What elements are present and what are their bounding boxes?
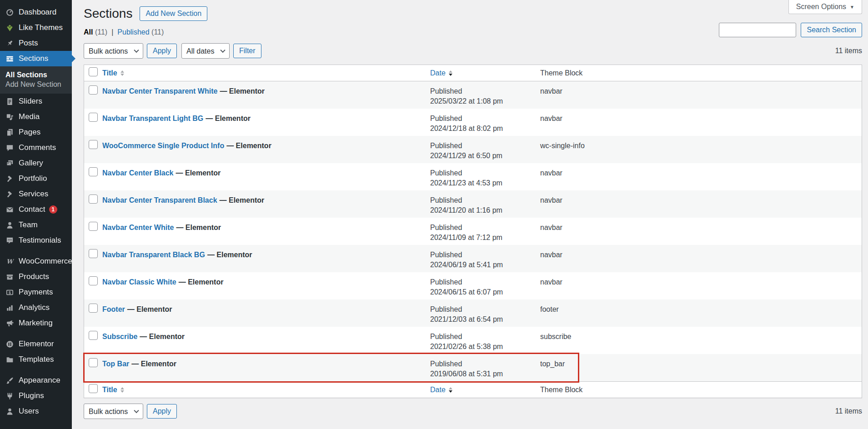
filter-published-link[interactable]: Published (117, 28, 149, 36)
row-title-link[interactable]: Top Bar (102, 360, 129, 368)
bulk-actions-select[interactable]: Bulk actions (84, 43, 143, 59)
sidebar-item-marketing[interactable]: Marketing (0, 315, 72, 331)
row-checkbox[interactable] (89, 249, 98, 258)
sidebar-item-pages[interactable]: Pages (0, 125, 72, 140)
sidebar-item-like-themes[interactable]: Like Themes (0, 20, 72, 35)
row-theme-block: navbar (540, 190, 862, 218)
row-title-suffix: — Elementor (179, 278, 224, 286)
row-date: 2024/12/18 at 8:02 pm (430, 124, 536, 134)
sidebar-item-plugins[interactable]: Plugins (0, 388, 72, 404)
row-checkbox[interactable] (89, 222, 98, 231)
sidebar-item-templates[interactable]: Templates (0, 352, 72, 367)
filter-published-count: (11) (151, 28, 164, 36)
row-title-link[interactable]: WooCommerce Single Product Info (102, 142, 224, 150)
table-row: WooCommerce Single Product Info— Element… (84, 136, 862, 163)
search-section-button[interactable]: Search Section (801, 23, 862, 37)
row-title-link[interactable]: Navbar Center Black (102, 169, 174, 177)
sort-by-title-link[interactable]: Title (102, 68, 124, 78)
sidebar-item-elementor[interactable]: Elementor (0, 336, 72, 352)
row-title-suffix: — Elementor (206, 115, 251, 122)
sidebar-item-services[interactable]: Services (0, 186, 72, 202)
row-title-link[interactable]: Navbar Transparent Light BG (102, 115, 203, 122)
gallery-icon (5, 159, 15, 168)
sidebar-item-gallery[interactable]: Gallery (0, 155, 72, 171)
row-checkbox[interactable] (89, 358, 98, 367)
date-filter-select[interactable]: All dates (181, 43, 230, 59)
row-checkbox[interactable] (89, 195, 98, 204)
bulk-actions-select[interactable]: Bulk actions (84, 404, 143, 419)
sidebar-item-comments[interactable]: Comments (0, 140, 72, 155)
sort-by-date-link[interactable]: Date (430, 68, 452, 78)
sidebar-item-all-sections[interactable]: All Sections (0, 66, 72, 80)
row-title-suffix: — Elementor (207, 251, 252, 259)
person-icon (5, 407, 15, 416)
sidebar-item-portfolio[interactable]: Portfolio (0, 171, 72, 186)
filter-all[interactable]: All (11) (84, 28, 107, 36)
items-count: 11 items (835, 407, 862, 415)
row-title-link[interactable]: Navbar Center Transparent Black (102, 196, 217, 204)
sidebar-item-users[interactable]: Users (0, 404, 72, 419)
filter-published[interactable]: Published (11) (117, 28, 164, 36)
select-all-checkbox[interactable] (89, 67, 98, 76)
sidebar-item-dashboard[interactable]: Dashboard (0, 5, 72, 20)
sidebar-item-sliders[interactable]: Sliders (0, 94, 72, 109)
items-count: 11 items (835, 47, 862, 55)
row-checkbox[interactable] (89, 85, 98, 95)
sidebar-item-analytics[interactable]: Analytics (0, 300, 72, 315)
sidebar-item-posts[interactable]: Posts (0, 35, 72, 51)
row-title-link[interactable]: Footer (102, 305, 125, 313)
row-status: Published (430, 141, 536, 151)
row-checkbox[interactable] (89, 304, 98, 313)
sidebar-item-contact[interactable]: Contact 1 (0, 202, 72, 217)
search-input[interactable] (719, 23, 796, 37)
row-title-link[interactable]: Navbar Transparent Black BG (102, 251, 205, 259)
filter-separator: | (111, 28, 113, 36)
sidebar-item-payments[interactable]: Payments (0, 284, 72, 300)
row-title-suffix: — Elementor (131, 360, 176, 368)
apply-button[interactable]: Apply (147, 404, 177, 419)
row-date: 2024/11/29 at 6:50 pm (430, 151, 536, 161)
row-checkbox[interactable] (89, 167, 98, 176)
sidebar-item-team[interactable]: Team (0, 217, 72, 233)
select-all-checkbox[interactable] (89, 384, 98, 393)
row-checkbox[interactable] (89, 276, 98, 285)
pages-icon (5, 128, 15, 137)
screen-options-button[interactable]: Screen Options ▼ (788, 0, 862, 14)
comment-icon (5, 143, 15, 152)
page-header: Sections Add New Section (84, 5, 862, 22)
row-checkbox[interactable] (89, 331, 98, 340)
sort-by-date-link[interactable]: Date (430, 385, 452, 395)
table-toolbar-top: Bulk actions Apply All dates Filter 11 i… (84, 43, 862, 59)
sort-icons (120, 387, 124, 393)
page-title: Sections (84, 5, 132, 22)
row-title-link[interactable]: Navbar Center Transparent White (102, 87, 217, 95)
plug-icon (5, 391, 15, 400)
row-checkbox[interactable] (89, 140, 98, 149)
apply-button[interactable]: Apply (147, 44, 177, 58)
table-row: Top Bar— Elementor Published 2019/06/08 … (84, 354, 862, 381)
sidebar-item-products[interactable]: Products (0, 269, 72, 284)
sidebar-item-testimonials[interactable]: Testimonials (0, 233, 72, 248)
main-content: Screen Options ▼ Sections Add New Sectio… (72, 0, 868, 419)
sections-icon (5, 54, 15, 63)
table-row: Navbar Classic White— Elementor Publishe… (84, 272, 862, 299)
row-title-link[interactable]: Subscribe (102, 333, 137, 340)
filter-button[interactable]: Filter (233, 44, 261, 58)
sidebar-item-woocommerce[interactable]: WooCommerce (0, 254, 72, 269)
sidebar-item-media[interactable]: Media (0, 109, 72, 125)
row-title-link[interactable]: Navbar Classic White (102, 278, 176, 286)
row-checkbox[interactable] (89, 113, 98, 122)
row-title-suffix: — Elementor (220, 196, 265, 204)
sidebar-item-appearance[interactable]: Appearance (0, 373, 72, 388)
row-title-link[interactable]: Navbar Center White (102, 224, 174, 231)
column-theme-block: Theme Block (540, 385, 862, 395)
table-row: Navbar Center Black— Elementor Published… (84, 163, 862, 190)
pushpin-icon (5, 39, 15, 48)
sort-icons (449, 387, 452, 393)
row-status: Published (430, 250, 536, 260)
dashboard-icon (5, 8, 15, 17)
add-new-section-button[interactable]: Add New Section (140, 6, 207, 21)
sidebar-item-add-new-section[interactable]: Add New Section (0, 80, 72, 94)
sidebar-item-sections[interactable]: Sections (0, 51, 72, 66)
sort-by-title-link[interactable]: Title (102, 385, 124, 395)
